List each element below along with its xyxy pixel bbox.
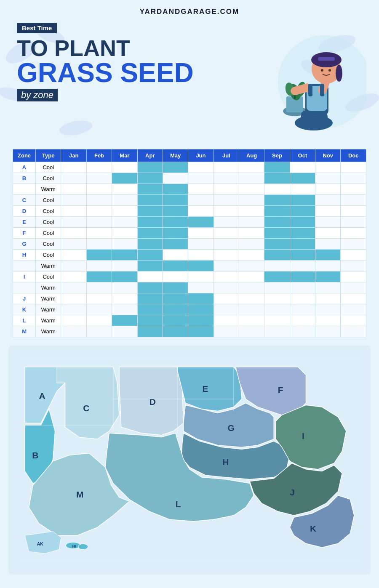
month-cell [290, 217, 315, 228]
month-cell [341, 326, 366, 337]
month-cell [290, 195, 315, 206]
table-row: FCool [13, 228, 366, 239]
month-cell [264, 304, 290, 315]
type-cell: Cool [36, 217, 61, 228]
month-cell [239, 206, 264, 217]
table-header-row: Zone Type Jan Feb Mar Apr May Jun Jul Au… [13, 149, 366, 162]
month-cell [315, 261, 341, 271]
table-row: GCool [13, 239, 366, 250]
month-cell [163, 326, 188, 337]
month-cell [239, 261, 264, 271]
th-nov: Nov [315, 149, 341, 162]
month-cell [137, 326, 163, 337]
month-cell [112, 184, 137, 195]
month-cell [188, 239, 214, 250]
zone-cell: D [13, 206, 36, 217]
month-cell [214, 162, 239, 173]
month-cell [112, 315, 137, 326]
svg-text:AK: AK [37, 542, 44, 546]
month-cell [188, 326, 214, 337]
month-cell [112, 261, 137, 271]
month-cell [188, 184, 214, 195]
zone-cell: L [13, 315, 36, 326]
month-cell [315, 326, 341, 337]
table-row: ECool [13, 217, 366, 228]
planting-table: Zone Type Jan Feb Mar Apr May Jun Jul Au… [13, 149, 366, 337]
month-cell [239, 228, 264, 239]
grass-footer: 𝄞𝄞𝄞𝄞𝄞𝄞𝄞𝄞𝄞𝄞𝄞𝄞𝄞𝄞𝄞 [0, 583, 379, 588]
th-type: Type [36, 149, 61, 162]
zone-cell: H [13, 250, 36, 261]
map-section: A B C D E F G [0, 341, 379, 583]
month-cell [61, 304, 86, 315]
month-cell [341, 195, 366, 206]
month-cell [290, 206, 315, 217]
month-cell [188, 261, 214, 271]
month-cell [163, 315, 188, 326]
zone-cell [13, 184, 36, 195]
month-cell [86, 195, 112, 206]
month-cell [214, 304, 239, 315]
month-cell [163, 239, 188, 250]
month-cell [86, 293, 112, 304]
type-cell: Warm [36, 326, 61, 337]
month-cell [86, 326, 112, 337]
month-cell [341, 162, 366, 173]
month-cell [214, 261, 239, 271]
th-jul: Jul [214, 149, 239, 162]
month-cell [341, 271, 366, 282]
month-cell [264, 293, 290, 304]
zone-cell: A [13, 162, 36, 173]
month-cell [315, 304, 341, 315]
table-row: Warm [13, 282, 366, 293]
svg-text:M: M [76, 490, 83, 499]
month-cell [264, 282, 290, 293]
month-cell [239, 326, 264, 337]
type-cell: Warm [36, 184, 61, 195]
month-cell [264, 271, 290, 282]
month-cell [315, 173, 341, 184]
table-section: Zone Type Jan Feb Mar Apr May Jun Jul Au… [0, 141, 379, 341]
svg-text:C: C [83, 403, 89, 413]
month-cell [163, 271, 188, 282]
month-cell [315, 162, 341, 173]
hero-title-line1: TO PLANT [17, 37, 362, 59]
hero-subtitle: by zone [17, 89, 58, 101]
month-cell [341, 217, 366, 228]
th-apr: Apr [137, 149, 163, 162]
month-cell [264, 184, 290, 195]
month-cell [61, 162, 86, 173]
month-cell [137, 304, 163, 315]
month-cell [341, 239, 366, 250]
month-cell [61, 206, 86, 217]
month-cell [214, 228, 239, 239]
hero-content: Best Time TO PLANT GRASS SEED by zone [17, 23, 362, 101]
th-mar: Mar [112, 149, 137, 162]
month-cell [341, 304, 366, 315]
th-jun: Jun [188, 149, 214, 162]
month-cell [315, 271, 341, 282]
th-aug: Aug [239, 149, 264, 162]
month-cell [290, 228, 315, 239]
month-cell [315, 206, 341, 217]
type-cell: Warm [36, 293, 61, 304]
th-may: May [163, 149, 188, 162]
month-cell [264, 326, 290, 337]
type-cell: Warm [36, 315, 61, 326]
month-cell [341, 315, 366, 326]
month-cell [163, 304, 188, 315]
svg-text:B: B [32, 450, 38, 460]
month-cell [214, 184, 239, 195]
th-jan: Jan [61, 149, 86, 162]
month-cell [264, 206, 290, 217]
month-cell [214, 217, 239, 228]
month-cell [137, 162, 163, 173]
month-cell [61, 293, 86, 304]
month-cell [61, 184, 86, 195]
month-cell [86, 162, 112, 173]
month-cell [112, 271, 137, 282]
month-cell [290, 271, 315, 282]
month-cell [315, 184, 341, 195]
month-cell [341, 250, 366, 261]
svg-text:I: I [302, 431, 304, 441]
